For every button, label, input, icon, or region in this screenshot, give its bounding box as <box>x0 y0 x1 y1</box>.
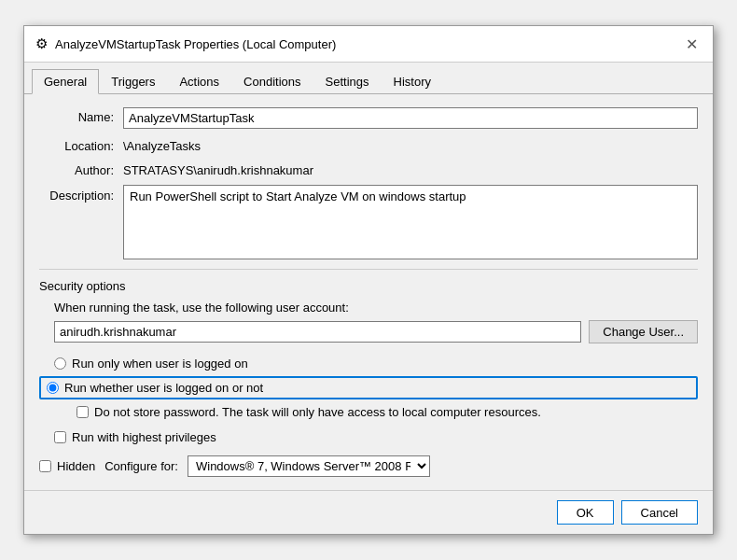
hidden-label[interactable]: Hidden <box>57 459 95 473</box>
name-label: Name: <box>39 107 123 124</box>
tab-actions[interactable]: Actions <box>167 69 231 94</box>
location-row: Location: \AnalyzeTasks <box>39 136 698 153</box>
do-not-store-row: Do not store password. The task will onl… <box>39 401 698 423</box>
radio-run-logged-on-row: Run only when user is logged on <box>39 353 698 374</box>
security-section-title: Security options <box>39 279 698 293</box>
name-row: Name: <box>39 107 698 129</box>
dialog-window: ⚙ AnalyzeVMStartupTask Properties (Local… <box>23 25 714 535</box>
do-not-store-checkbox[interactable] <box>76 406 89 418</box>
location-label: Location: <box>39 136 123 153</box>
change-user-button[interactable]: Change User... <box>589 320 698 343</box>
close-button[interactable]: ✕ <box>681 34 702 54</box>
ok-button[interactable]: OK <box>557 500 614 525</box>
hidden-checkbox[interactable] <box>39 460 51 472</box>
when-running-text: When running the task, use the following… <box>39 301 698 315</box>
tab-general[interactable]: General <box>32 69 99 94</box>
description-input[interactable]: Run PowerShell script to Start Analyze V… <box>123 185 698 259</box>
app-icon: ⚙ <box>35 35 48 52</box>
user-account-row: Change User... <box>39 320 698 343</box>
run-highest-checkbox[interactable] <box>54 431 66 443</box>
author-label: Author: <box>39 161 123 177</box>
bottom-buttons: OK Cancel <box>24 490 713 534</box>
separator <box>39 269 698 270</box>
tab-conditions[interactable]: Conditions <box>231 69 313 94</box>
user-account-input[interactable] <box>54 321 581 343</box>
radio-run-whether-label[interactable]: Run whether user is logged on or not <box>64 381 263 395</box>
name-input[interactable] <box>123 107 698 129</box>
author-value: STRATASYS\anirudh.krishnakumar <box>123 161 698 177</box>
title-bar: ⚙ AnalyzeVMStartupTask Properties (Local… <box>24 26 713 63</box>
radio-run-logged-on[interactable] <box>54 357 66 370</box>
radio-run-whether[interactable] <box>47 382 59 394</box>
cancel-button[interactable]: Cancel <box>621 500 698 525</box>
dialog-title: AnalyzeVMStartupTask Properties (Local C… <box>55 37 336 51</box>
description-row: Description: Run PowerShell script to St… <box>39 185 698 259</box>
configure-row: Hidden Configure for: Windows® 7, Window… <box>39 455 698 477</box>
do-not-store-label[interactable]: Do not store password. The task will onl… <box>94 405 541 419</box>
configure-for-label: Configure for: <box>104 459 178 473</box>
tab-content: Name: Location: \AnalyzeTasks Author: ST… <box>24 94 713 490</box>
configure-for-select[interactable]: Windows® 7, Windows Server™ 2008 R2 <box>188 455 430 477</box>
run-highest-label[interactable]: Run with highest privileges <box>72 430 216 444</box>
radio-run-whether-row: Run whether user is logged on or not <box>39 376 698 399</box>
location-value: \AnalyzeTasks <box>123 136 698 153</box>
author-row: Author: STRATASYS\anirudh.krishnakumar <box>39 161 698 177</box>
tab-bar: General Triggers Actions Conditions Sett… <box>24 63 713 94</box>
description-label: Description: <box>39 185 123 203</box>
tab-triggers[interactable]: Triggers <box>99 69 167 94</box>
tab-settings[interactable]: Settings <box>313 69 382 94</box>
title-bar-left: ⚙ AnalyzeVMStartupTask Properties (Local… <box>35 35 336 52</box>
run-highest-row: Run with highest privileges <box>39 427 698 448</box>
tab-history[interactable]: History <box>382 69 443 94</box>
radio-run-logged-on-label[interactable]: Run only when user is logged on <box>72 357 248 371</box>
